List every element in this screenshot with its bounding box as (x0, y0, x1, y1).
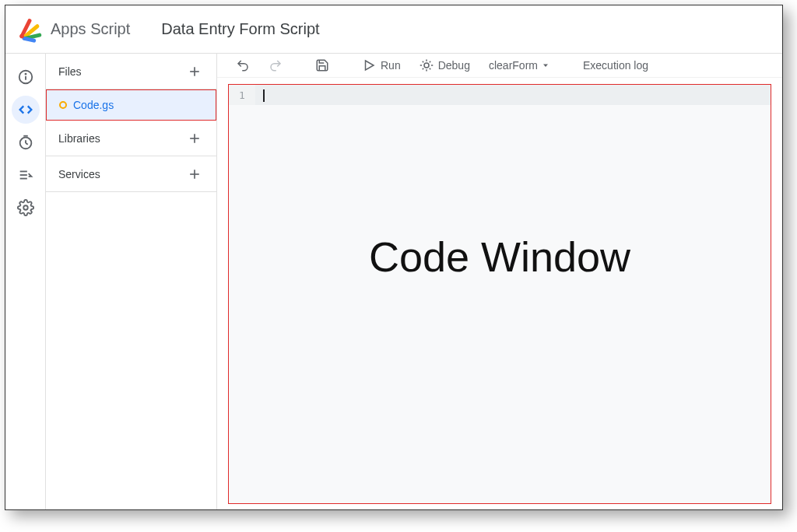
rail-triggers[interactable] (12, 128, 40, 156)
nav-rail (5, 54, 46, 509)
info-icon (17, 68, 34, 86)
run-button[interactable]: Run (356, 54, 407, 77)
svg-point-11 (23, 205, 28, 210)
code-icon (17, 101, 34, 118)
file-name: Code.gs (73, 99, 114, 111)
app-frame: Apps Script Data Entry Form Script Files (5, 5, 783, 510)
execution-log-label: Execution log (583, 59, 648, 72)
libraries-label: Libraries (58, 132, 100, 145)
chevron-down-icon (541, 61, 550, 70)
svg-point-19 (424, 63, 429, 68)
debug-button[interactable]: Debug (413, 54, 476, 77)
svg-point-3 (25, 74, 26, 75)
plus-icon (187, 166, 202, 182)
active-line (255, 85, 771, 105)
sidebar: Files Code.gs Libraries Services (46, 54, 217, 509)
undo-button[interactable] (230, 54, 256, 77)
add-file-button[interactable] (184, 61, 205, 82)
editor-toolbar: Run Debug clearForm Execution log (217, 54, 782, 78)
undo-icon (236, 58, 250, 72)
svg-marker-18 (366, 61, 374, 70)
annotation-overlay: Code Window (229, 233, 771, 281)
svg-point-0 (19, 33, 24, 38)
debug-label: Debug (438, 59, 470, 72)
play-icon (362, 58, 376, 72)
svg-marker-20 (543, 65, 548, 68)
save-button[interactable] (309, 54, 335, 77)
plus-icon (187, 64, 202, 79)
main-body: Files Code.gs Libraries Services (5, 54, 782, 509)
project-title[interactable]: Data Entry Form Script (161, 20, 319, 38)
editor-container: 1 Code Window (217, 78, 782, 518)
main-panel: Run Debug clearForm Execution log 1 (217, 54, 782, 509)
svg-line-6 (26, 143, 28, 145)
plus-icon (187, 131, 202, 146)
function-select[interactable]: clearForm (483, 54, 556, 76)
redo-button[interactable] (262, 54, 289, 77)
code-editor[interactable]: 1 Code Window (228, 84, 771, 504)
rail-overview[interactable] (12, 63, 40, 91)
gear-icon (17, 199, 34, 216)
files-section-header: Files (46, 54, 216, 89)
line-number: 1 (229, 85, 255, 105)
app-name: Apps Script (51, 20, 130, 38)
files-label: Files (58, 65, 82, 78)
unsaved-indicator-icon (59, 101, 67, 109)
add-library-button[interactable] (184, 128, 205, 149)
execution-log-button[interactable]: Execution log (577, 54, 655, 76)
executions-icon (17, 166, 34, 184)
services-section-header: Services (46, 156, 216, 192)
redo-icon (269, 58, 283, 72)
file-item-code-gs[interactable]: Code.gs (46, 89, 216, 121)
debug-icon (420, 58, 434, 72)
save-icon (315, 58, 329, 72)
header-bar: Apps Script Data Entry Form Script (5, 5, 782, 54)
run-label: Run (381, 59, 401, 72)
apps-script-logo-icon (16, 16, 43, 43)
clock-icon (17, 134, 34, 151)
rail-executions[interactable] (12, 161, 40, 189)
libraries-section-header: Libraries (46, 121, 216, 156)
rail-settings[interactable] (12, 194, 40, 222)
add-service-button[interactable] (184, 163, 205, 185)
function-selected-label: clearForm (489, 59, 538, 72)
text-cursor (263, 89, 265, 102)
rail-editor[interactable] (12, 96, 40, 124)
services-label: Services (58, 168, 100, 180)
